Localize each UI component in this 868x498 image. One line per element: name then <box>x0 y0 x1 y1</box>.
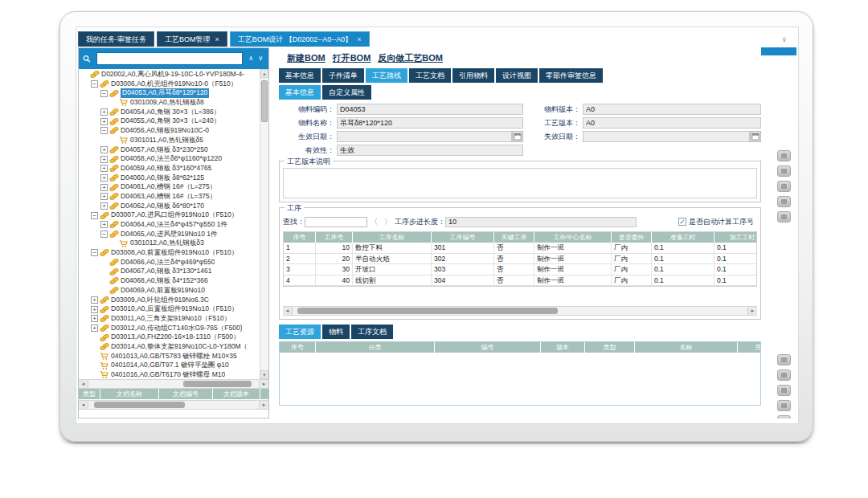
tree-node-label[interactable]: 0301009,A0,热轧钢板δ8 <box>130 98 204 108</box>
tree-node-label[interactable]: D03013,A0,FHZ200-16×18-1310（F500） <box>111 333 240 342</box>
collapse-node-icon[interactable]: − <box>100 127 108 134</box>
column-header[interactable]: 类型 <box>585 342 635 353</box>
column-header[interactable]: 版本 <box>541 342 585 353</box>
tree-node-label[interactable]: D04053,A0,吊耳δ8*120*120 <box>121 88 209 98</box>
column-header[interactable]: 序号 <box>280 342 316 353</box>
detail-tab[interactable]: 引用物料 <box>452 68 494 83</box>
tree-node[interactable]: +D04054,A0,角钢 30×3（L=386） <box>79 108 260 117</box>
effective-date-field[interactable] <box>337 131 512 142</box>
table-action-icon[interactable] <box>777 181 791 192</box>
column-header[interactable]: 文档 <box>260 389 268 399</box>
scroll-right-icon[interactable]: ► <box>259 401 268 409</box>
tree-node[interactable]: +D04062,A0,钢板 δ6*80*170 <box>79 202 260 211</box>
table-action-icon[interactable] <box>777 385 791 396</box>
column-header[interactable]: 编号 <box>435 342 541 353</box>
material-code-field[interactable] <box>337 104 523 115</box>
tree-node[interactable]: +D04058,A0,法兰δ6*φ1160*φ1220 <box>79 154 260 164</box>
column-header[interactable]: 准备工时 <box>652 232 714 243</box>
column-header[interactable]: 工序号 <box>316 232 353 243</box>
scroll-thumb[interactable] <box>261 80 268 122</box>
tree-node[interactable]: −D03007,A0,进风口组件919No10（F510） <box>79 210 260 220</box>
expand-node-icon[interactable]: + <box>100 165 108 172</box>
detail-tab[interactable]: 设计视图 <box>496 68 538 83</box>
tree-vertical-scrollbar[interactable]: ▲ ▼ <box>260 69 268 379</box>
find-prev-icon[interactable]: 〈 <box>367 217 381 227</box>
scroll-left-icon[interactable]: ◄ <box>79 380 88 388</box>
tree-node[interactable]: −D03008,A0,前置板组件919No10（F510） <box>79 248 260 258</box>
search-down-icon[interactable]: ∨ <box>256 55 265 63</box>
tree-node-label[interactable]: 0401014,A0,GB/T97.1 镀锌平垫圈 φ10 <box>111 361 229 370</box>
column-header[interactable]: 分类 <box>316 342 435 353</box>
table-action-icon[interactable] <box>777 165 791 177</box>
expand-node-icon[interactable]: + <box>100 184 108 191</box>
expand-node-icon[interactable]: + <box>100 156 108 163</box>
collapse-node-icon[interactable]: − <box>100 90 108 97</box>
expand-node-icon[interactable]: + <box>100 118 108 125</box>
window-tab[interactable]: 工艺BOM设计 【D02002--A0--A0】× <box>230 31 370 47</box>
scroll-thumb[interactable] <box>297 308 559 314</box>
document-horizontal-scrollbar[interactable]: ◄ ► <box>79 400 268 410</box>
column-header[interactable]: 工序名称 <box>353 232 432 243</box>
auto-calc-checkbox[interactable]: ✓ 是否自动计算工序号 <box>678 217 754 227</box>
tree-node-label[interactable]: D04059,A0,钢板 δ3*160*4765 <box>121 164 211 173</box>
material-name-field[interactable] <box>337 117 523 129</box>
table-row[interactable]: 110数控下料301否制作一班厂内0.10.1 <box>284 243 756 254</box>
window-tab[interactable]: 工艺BOM管理× <box>157 31 227 47</box>
tree-node-label[interactable]: D04064,A0,法兰δ4*φ457*φ550 1件 <box>121 220 227 230</box>
column-header[interactable]: 是否委外 <box>612 232 652 243</box>
tree-node[interactable]: +D04061,A0,槽钢 16#（L=275） <box>79 182 260 192</box>
tree-node[interactable]: +D04057,A0,钢板 δ3*230*250 <box>79 145 260 155</box>
tree-node-label[interactable]: D04066,A0,法兰δ4*φ469*φ550 <box>121 258 215 267</box>
tree-node[interactable]: +D03009,A0,叶轮组件919No6.3C <box>79 296 260 305</box>
column-header[interactable]: 名称 <box>635 342 738 353</box>
tree-node-label[interactable]: D04054,A0,角钢 30×3（L=386） <box>121 108 220 117</box>
tree-node[interactable]: D02002,A0,离心风机9-19-10C-L0-YVP180M-4- <box>79 70 260 80</box>
expand-node-icon[interactable]: + <box>100 221 108 228</box>
tree-node-label[interactable]: D04065,A0,进风壁919No10 1件 <box>121 230 218 239</box>
tree-node[interactable]: +D04064,A0,法兰δ4*φ457*φ550 1件 <box>79 220 260 230</box>
resource-tab[interactable]: 工序文档 <box>351 325 393 339</box>
collapse-node-icon[interactable]: − <box>91 80 98 88</box>
process-horizontal-scrollbar[interactable]: ◄ ► <box>283 306 757 316</box>
tree-node-label[interactable]: 0401016,A0,GB/T6170 镀锌螺母 M10 <box>111 370 225 379</box>
column-header[interactable]: 文档版本 <box>213 389 260 399</box>
tree-node[interactable]: +D04055,A0,角钢 30×3（L=240） <box>79 116 260 126</box>
expand-node-icon[interactable]: + <box>91 306 98 313</box>
tree-node[interactable]: D03014,A0,整体支架919No10C-L0-Y180M（ <box>79 342 260 352</box>
tree-node-label[interactable]: D03014,A0,整体支架919No10C-L0-Y180M（ <box>111 342 248 352</box>
tree-node[interactable]: −D04065,A0,进风壁919No10 1件 <box>79 230 260 239</box>
expand-node-icon[interactable]: + <box>100 146 108 153</box>
tree-node[interactable]: D04067,A0,钢板 δ3*130*1461 <box>79 267 260 276</box>
expand-node-icon[interactable]: + <box>91 296 98 304</box>
validity-field[interactable] <box>337 145 523 156</box>
scroll-right-icon[interactable]: ► <box>259 380 268 388</box>
expiry-date-field[interactable] <box>583 131 750 142</box>
tree-node-label[interactable]: 0401013,A0,GB/T5783 镀锌螺栓 M10×35 <box>111 352 237 361</box>
search-up-icon[interactable]: ∧ <box>246 55 256 63</box>
column-header[interactable]: 文档名称 <box>100 389 158 399</box>
tree-node[interactable]: +D03010,A0,后置板组件919No10（F510） <box>79 304 260 314</box>
tree-node-label[interactable]: D04055,A0,角钢 30×3（L=240） <box>121 116 220 126</box>
detail-tab[interactable]: 基本信息 <box>279 68 321 83</box>
calendar-icon[interactable] <box>512 131 523 142</box>
sub-tab[interactable]: 自定义属性 <box>322 85 371 100</box>
tree-node[interactable]: D04068,A0,钢板 δ4*152*366 <box>79 276 260 286</box>
column-header[interactable]: 加工工时 <box>714 232 757 243</box>
tree-node[interactable]: +D03012,A0,传动组CT140水G9-765（F500) <box>79 324 260 333</box>
tree-horizontal-scrollbar[interactable]: ◄ ► <box>79 379 268 389</box>
toolbar-link[interactable]: 新建BOM <box>287 52 326 64</box>
detail-tab[interactable]: 工艺文档 <box>409 68 451 83</box>
process-version-field[interactable] <box>583 117 761 129</box>
tree-node[interactable]: +D04060,A0,钢板 δ8*62*125 <box>79 173 260 183</box>
table-action-icon[interactable] <box>777 400 791 411</box>
sub-tab[interactable]: 基本信息 <box>279 85 321 100</box>
expand-node-icon[interactable]: + <box>100 202 108 210</box>
tree-node-label[interactable]: D04067,A0,钢板 δ3*130*1461 <box>121 267 211 276</box>
tree-node[interactable]: −D04053,A0,吊耳δ8*120*120 <box>79 88 260 98</box>
tree-node-label[interactable]: D04069,A0,前置板919No10 <box>121 286 205 296</box>
step-length-input[interactable] <box>445 217 637 227</box>
expand-node-icon[interactable]: + <box>100 108 108 116</box>
tab-close-icon[interactable]: × <box>215 35 219 43</box>
tree-search-input[interactable] <box>96 52 243 65</box>
scroll-down-icon[interactable]: ▼ <box>260 370 268 379</box>
